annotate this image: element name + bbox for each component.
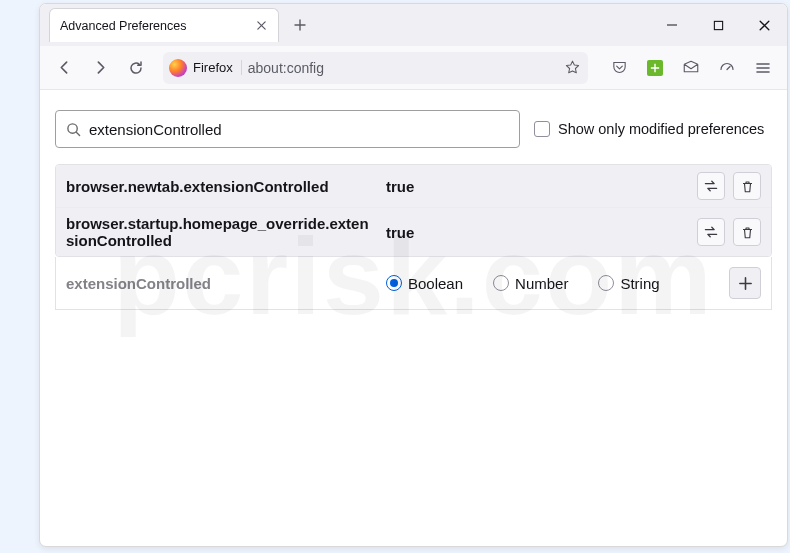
- radio-icon: [493, 275, 509, 291]
- search-input[interactable]: [89, 121, 509, 138]
- radio-icon: [386, 275, 402, 291]
- pref-name: browser.startup.homepage_override.extens…: [66, 215, 386, 249]
- add-button[interactable]: [729, 267, 761, 299]
- pref-value: true: [386, 224, 697, 241]
- minimize-button[interactable]: [649, 4, 695, 46]
- radio-label: Number: [515, 275, 568, 292]
- radio-string[interactable]: String: [598, 275, 659, 292]
- back-button[interactable]: [49, 53, 79, 83]
- close-tab-icon[interactable]: [254, 19, 268, 33]
- show-only-modified-checkbox[interactable]: Show only modified preferences: [534, 121, 764, 137]
- titlebar: Advanced Preferences: [40, 4, 787, 46]
- url-bar[interactable]: Firefox: [163, 52, 588, 84]
- row-actions: [697, 172, 761, 200]
- row-actions: [697, 218, 761, 246]
- radio-label: String: [620, 275, 659, 292]
- pref-name: browser.newtab.extensionControlled: [66, 178, 386, 195]
- reload-button[interactable]: [121, 53, 151, 83]
- mail-icon[interactable]: [676, 53, 706, 83]
- delete-button[interactable]: [733, 218, 761, 246]
- toolbar-icons: [604, 53, 778, 83]
- tab-title: Advanced Preferences: [60, 19, 246, 33]
- radio-icon: [598, 275, 614, 291]
- radio-boolean[interactable]: Boolean: [386, 275, 463, 292]
- delete-button[interactable]: [733, 172, 761, 200]
- firefox-icon: [169, 59, 187, 77]
- search-row: Show only modified preferences: [55, 110, 772, 148]
- browser-window: Advanced Preferences: [39, 3, 788, 547]
- pocket-icon[interactable]: [604, 53, 634, 83]
- radio-label: Boolean: [408, 275, 463, 292]
- url-input[interactable]: [248, 60, 558, 76]
- search-icon: [66, 122, 81, 137]
- maximize-button[interactable]: [695, 4, 741, 46]
- window-controls: [649, 4, 787, 46]
- type-radios: Boolean Number String: [386, 275, 729, 292]
- navigation-toolbar: Firefox: [40, 46, 787, 90]
- toggle-button[interactable]: [697, 218, 725, 246]
- pref-row[interactable]: browser.startup.homepage_override.extens…: [56, 208, 771, 256]
- preferences-list: browser.newtab.extensionControlled true …: [55, 164, 772, 257]
- identity-label: Firefox: [193, 60, 242, 75]
- checkbox-icon: [534, 121, 550, 137]
- pref-value: true: [386, 178, 697, 195]
- add-pref-row: extensionControlled Boolean Number Strin…: [55, 257, 772, 310]
- bookmark-star-icon[interactable]: [564, 59, 582, 77]
- toggle-button[interactable]: [697, 172, 725, 200]
- extension-icon[interactable]: [640, 53, 670, 83]
- about-config-content: Show only modified preferences browser.n…: [40, 90, 787, 310]
- new-pref-name: extensionControlled: [66, 275, 386, 292]
- tab-active[interactable]: Advanced Preferences: [49, 8, 279, 42]
- menu-button[interactable]: [748, 53, 778, 83]
- forward-button[interactable]: [85, 53, 115, 83]
- close-window-button[interactable]: [741, 4, 787, 46]
- radio-number[interactable]: Number: [493, 275, 568, 292]
- checkbox-label: Show only modified preferences: [558, 121, 764, 137]
- dashboard-icon[interactable]: [712, 53, 742, 83]
- pref-row[interactable]: browser.newtab.extensionControlled true: [56, 165, 771, 208]
- svg-rect-0: [714, 21, 722, 29]
- search-box[interactable]: [55, 110, 520, 148]
- new-tab-button[interactable]: [287, 12, 313, 38]
